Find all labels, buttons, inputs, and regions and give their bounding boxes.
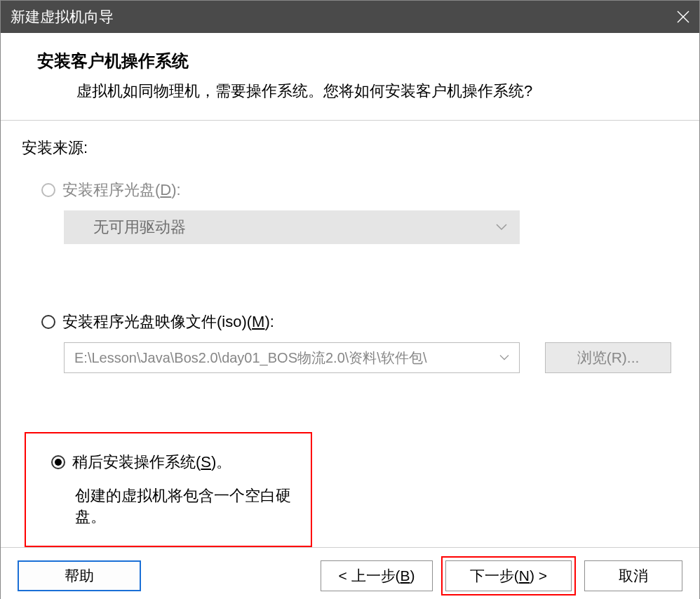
radio-disc-label: 安装程序光盘(D): (62, 180, 181, 201)
window-title: 新建虚拟机向导 (11, 7, 667, 27)
disc-drive-dropdown: 无可用驱动器 (64, 210, 520, 244)
radio-later-label[interactable]: 稍后安装操作系统(S)。 (72, 452, 231, 473)
option-disc-row: 安装程序光盘(D): (41, 180, 678, 201)
wizard-content: 安装来源: 安装程序光盘(D): 无可用驱动器 安装程序光盘映像文件(iso)(… (1, 121, 699, 547)
option-iso-block: 安装程序光盘映像文件(iso)(M): E:\Lesson\Java\Bos2.… (22, 311, 678, 373)
close-button[interactable] (667, 1, 699, 33)
wizard-window: 新建虚拟机向导 安装客户机操作系统 虚拟机如同物理机，需要操作系统。您将如何安装… (0, 0, 700, 599)
next-highlight-box: 下一步(N) > (441, 556, 576, 595)
titlebar: 新建虚拟机向导 (1, 1, 699, 33)
help-button[interactable]: 帮助 (18, 560, 141, 591)
radio-disc (41, 183, 55, 197)
option-later-description: 创建的虚拟机将包含一个空白硬盘。 (75, 485, 298, 527)
radio-later[interactable] (51, 455, 65, 469)
chevron-down-icon (499, 355, 509, 361)
option-iso-row: 安装程序光盘映像文件(iso)(M): (41, 311, 678, 332)
close-icon (677, 11, 689, 23)
wizard-header: 安装客户机操作系统 虚拟机如同物理机，需要操作系统。您将如何安装客户机操作系统? (1, 33, 699, 121)
radio-iso[interactable] (41, 315, 55, 329)
install-source-label: 安装来源: (22, 137, 678, 159)
iso-path-row: E:\Lesson\Java\Bos2.0\day01_BOS物流2.0\资料\… (64, 342, 678, 373)
option-later-block: 稍后安装操作系统(S)。 创建的虚拟机将包含一个空白硬盘。 (25, 432, 312, 547)
iso-path-value: E:\Lesson\Java\Bos2.0\day01_BOS物流2.0\资料\… (74, 349, 426, 368)
next-button[interactable]: 下一步(N) > (445, 560, 572, 591)
disc-drive-value: 无可用驱动器 (93, 217, 186, 238)
chevron-down-icon (496, 224, 507, 231)
back-button[interactable]: < 上一步(B) (321, 560, 433, 591)
wizard-footer: 帮助 < 上一步(B) 下一步(N) > 取消 (1, 547, 699, 599)
iso-path-input[interactable]: E:\Lesson\Java\Bos2.0\day01_BOS物流2.0\资料\… (64, 342, 520, 373)
option-later-row: 稍后安装操作系统(S)。 (51, 452, 298, 473)
page-title: 安装客户机操作系统 (37, 50, 671, 72)
cancel-button[interactable]: 取消 (584, 560, 682, 591)
browse-button: 浏览(R)... (545, 342, 671, 373)
page-subtitle: 虚拟机如同物理机，需要操作系统。您将如何安装客户机操作系统? (37, 81, 671, 102)
radio-iso-label[interactable]: 安装程序光盘映像文件(iso)(M): (62, 311, 274, 332)
